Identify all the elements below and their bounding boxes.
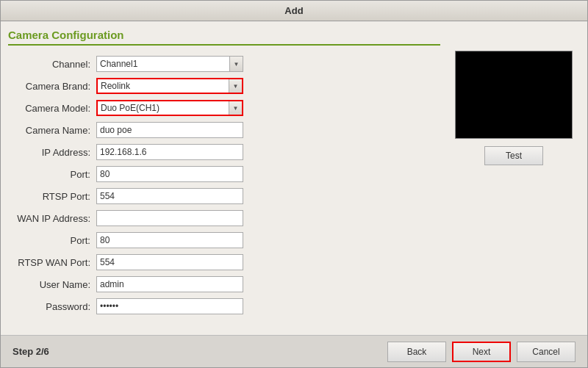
form-label: WAN IP Address: [8,207,96,229]
form-label: Port: [8,163,96,185]
next-button[interactable]: Next [452,342,511,362]
chevron-down-icon[interactable]: ▼ [229,57,243,71]
scroll-container[interactable]: Channel:Channel1▼Camera Brand:Reolink▼Ca… [8,53,440,328]
step-label: Step 2/6 [12,346,387,357]
form-row: Camera Brand:Reolink▼ [8,75,437,97]
form-row: Channel:Channel1▼ [8,53,437,75]
add-dialog: Add Camera Configuration Channel:Channel… [0,0,588,368]
right-panel: Test [448,29,580,328]
form-label: Camera Brand: [8,75,96,97]
form-row: Port: [8,163,437,185]
form-row: Camera Name: [8,119,437,141]
form-label: Port: [8,229,96,251]
form-row: User Name: [8,273,437,295]
form-row: IP Address: [8,141,437,163]
footer-buttons: Back Next Cancel [387,342,576,362]
cancel-button[interactable]: Cancel [517,342,576,362]
text-input[interactable] [96,232,243,248]
select-field[interactable]: Reolink▼ [96,78,243,94]
form-label: RTSP WAN Port: [8,251,96,273]
text-input[interactable] [96,276,243,292]
text-input[interactable] [96,122,243,138]
form-row: Camera Model:Duo PoE(CH1)▼ [8,97,437,119]
text-input[interactable] [96,166,243,182]
form-label: Camera Name: [8,119,96,141]
text-input[interactable] [96,254,243,270]
select-field[interactable]: Duo PoE(CH1)▼ [96,100,243,116]
form-label: RTSP Port: [8,185,96,207]
password-input[interactable] [96,298,243,314]
form-table: Channel:Channel1▼Camera Brand:Reolink▼Ca… [8,53,437,317]
dialog-title: Add [284,5,303,16]
text-input[interactable] [96,210,243,226]
form-label: Password: [8,295,96,317]
form-label: IP Address: [8,141,96,163]
form-row: WAN IP Address: [8,207,437,229]
select-field[interactable]: Channel1▼ [96,56,243,72]
title-bar: Add [1,1,587,21]
test-button[interactable]: Test [484,146,543,165]
content-area: Camera Configuration Channel:Channel1▼Ca… [1,21,587,367]
form-row: Password: [8,295,437,317]
chevron-down-icon[interactable]: ▼ [229,101,242,115]
text-input[interactable] [96,144,243,160]
left-panel: Camera Configuration Channel:Channel1▼Ca… [8,29,440,328]
form-row: RTSP Port: [8,185,437,207]
camera-preview [455,51,573,139]
form-label: Channel: [8,53,96,75]
text-input[interactable] [96,188,243,204]
main-body: Camera Configuration Channel:Channel1▼Ca… [1,21,587,335]
form-label: Camera Model: [8,97,96,119]
form-row: RTSP WAN Port: [8,251,437,273]
select-value: Reolink [98,79,229,93]
select-value: Channel1 [97,57,229,71]
back-button[interactable]: Back [387,342,446,362]
section-title: Camera Configuration [8,29,440,46]
form-row: Port: [8,229,437,251]
select-value: Duo PoE(CH1) [98,101,229,115]
chevron-down-icon[interactable]: ▼ [229,79,242,93]
footer-bar: Step 2/6 Back Next Cancel [1,335,587,367]
form-label: User Name: [8,273,96,295]
